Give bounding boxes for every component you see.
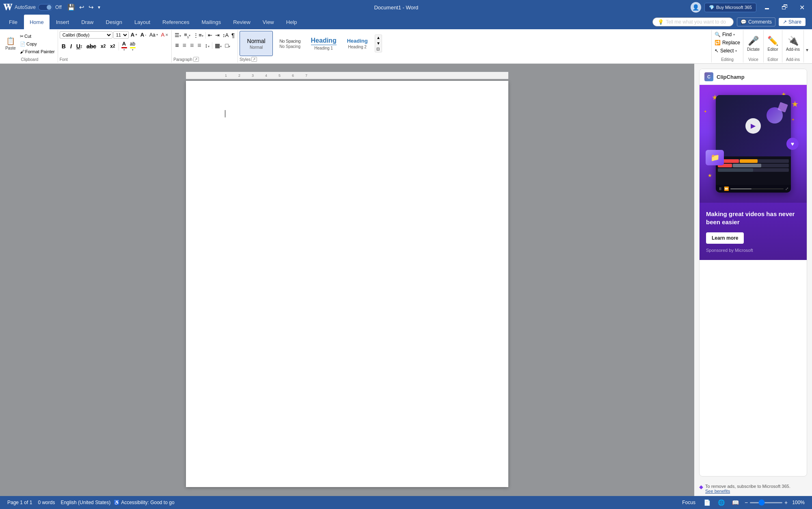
find-button[interactable]: 🔍 Find ▾	[713, 31, 736, 38]
tab-mailings[interactable]: Mailings	[196, 15, 227, 29]
increase-indent-button[interactable]: ⇥	[214, 31, 221, 39]
see-benefits-link[interactable]: See benefits	[705, 489, 730, 494]
paste-button[interactable]: 📋 Paste	[3, 36, 18, 52]
tab-help[interactable]: Help	[281, 15, 303, 29]
style-heading2-label: Heading 2	[348, 45, 367, 49]
justify-button[interactable]: ≡	[196, 41, 203, 50]
style-no-spacing-button[interactable]: No Spacing No Spacing	[273, 31, 307, 56]
cut-button[interactable]: ✂ Cut	[19, 33, 56, 40]
focus-button[interactable]: Focus	[680, 499, 698, 506]
font-color-button[interactable]: A ▾	[120, 40, 128, 52]
print-layout-button[interactable]: 📄	[702, 498, 712, 507]
forward-icon[interactable]: ⏩	[724, 186, 729, 191]
fullscreen-icon[interactable]: ⤢	[785, 186, 788, 191]
strikethrough-button[interactable]: abc	[84, 42, 98, 50]
pause-icon[interactable]: ⏸	[718, 186, 722, 191]
underline-button[interactable]: U▾	[74, 42, 84, 50]
undo-icon[interactable]: ↩	[78, 2, 86, 12]
zoom-level[interactable]: 100%	[790, 499, 807, 506]
star-icon-6: ✦	[791, 117, 795, 122]
learn-more-button[interactable]: Learn more	[706, 232, 744, 244]
align-center-button[interactable]: ≡	[181, 41, 188, 50]
minimize-button[interactable]: 🗕	[760, 2, 774, 12]
gallery-scroll-down[interactable]: ▼	[375, 41, 382, 46]
copy-button[interactable]: 📄 Copy	[19, 41, 56, 48]
multilevel-list-button[interactable]: ⋮≡▾	[192, 31, 205, 39]
dictate-button[interactable]: 🎤 Dictate	[745, 35, 762, 52]
buy-microsoft365-button[interactable]: 💎 Buy Microsoft 365	[704, 3, 756, 12]
styles-dialog-launcher[interactable]: ↗	[251, 57, 257, 62]
document-page[interactable]	[186, 81, 508, 487]
comments-button[interactable]: 💬 Comments	[737, 17, 775, 26]
paste-icon: 📋	[6, 37, 15, 46]
superscript-button[interactable]: x2	[108, 43, 117, 50]
change-case-button[interactable]: Aa▾	[148, 31, 159, 39]
tab-file[interactable]: File	[3, 15, 23, 29]
share-button[interactable]: ↗ Share	[779, 18, 806, 26]
find-label: Find	[722, 32, 732, 37]
accessibility-status[interactable]: ♿ Accessibility: Good to go	[114, 500, 174, 505]
add-ins-button[interactable]: 🔌 Add-ins	[784, 35, 802, 52]
align-right-button[interactable]: ≡	[188, 41, 195, 50]
clipboard-label: Clipboard	[3, 56, 56, 62]
font-size-select[interactable]: 11	[113, 31, 129, 39]
document-canvas[interactable]: 1 2 3 4 5 6 7	[0, 64, 694, 496]
accessibility-icon: ♿	[114, 500, 120, 505]
zoom-slider[interactable]	[750, 502, 782, 503]
tab-draw[interactable]: Draw	[76, 15, 99, 29]
paragraph-dialog-launcher[interactable]: ↗	[193, 57, 199, 62]
page-info[interactable]: Page 1 of 1	[5, 499, 35, 506]
tab-insert[interactable]: Insert	[50, 15, 75, 29]
replace-button[interactable]: 🔁 Replace	[713, 39, 741, 46]
tab-layout[interactable]: Layout	[129, 15, 156, 29]
select-button[interactable]: ↖ Select ▾	[713, 47, 738, 54]
redo-icon[interactable]: ↪	[87, 2, 95, 12]
italic-button[interactable]: I	[68, 42, 74, 50]
show-marks-button[interactable]: ¶	[230, 31, 236, 39]
align-left-button[interactable]: ≡	[173, 41, 180, 50]
shading-button[interactable]: ▦▾	[213, 41, 223, 50]
zoom-out-button[interactable]: −	[745, 499, 748, 506]
tell-me-input[interactable]: 💡 Tell me what you want to do	[652, 17, 734, 26]
gallery-scroll-up[interactable]: ▲	[375, 35, 382, 41]
read-view-button[interactable]: 📖	[730, 498, 741, 507]
web-layout-button[interactable]: 🌐	[716, 498, 726, 507]
avatar[interactable]: 👤	[691, 2, 701, 13]
tab-review[interactable]: Review	[227, 15, 256, 29]
close-button[interactable]: ✕	[795, 2, 809, 13]
tab-references[interactable]: References	[157, 15, 195, 29]
zoom-in-button[interactable]: +	[784, 499, 788, 506]
decrease-indent-button[interactable]: ⇤	[207, 31, 214, 39]
tab-design[interactable]: Design	[100, 15, 128, 29]
line-spacing-button[interactable]: ↕▾	[203, 41, 211, 50]
play-button[interactable]: ▶	[745, 118, 761, 134]
font-group: Calibri (Body) 11 A+ A- Aa▾ A✕ B I	[58, 30, 172, 63]
clipchamp-logo-icon: C	[704, 72, 713, 81]
font-family-select[interactable]: Calibri (Body)	[60, 31, 112, 39]
style-heading2-button[interactable]: Heading Heading 2	[341, 31, 374, 56]
ribbon-collapse-button[interactable]: ▾	[805, 46, 810, 54]
word-count[interactable]: 0 words	[35, 499, 57, 506]
format-painter-button[interactable]: 🖌 Format Painter	[19, 48, 56, 55]
numbered-list-button[interactable]: ≡1▾	[183, 31, 192, 40]
font-grow-button[interactable]: A+	[130, 31, 138, 39]
save-icon[interactable]: 💾	[66, 2, 77, 12]
tab-view[interactable]: View	[257, 15, 280, 29]
customize-quick-access-icon[interactable]: ▾	[96, 3, 102, 11]
autosave-toggle[interactable]	[38, 4, 53, 11]
style-heading1-button[interactable]: Heading Heading 1	[307, 31, 340, 56]
restore-button[interactable]: 🗗	[777, 2, 792, 12]
gallery-expand[interactable]: ⊡	[375, 46, 382, 52]
borders-button[interactable]: □▾	[224, 41, 232, 50]
font-shrink-button[interactable]: A-	[139, 31, 147, 39]
subscript-button[interactable]: x2	[99, 43, 108, 50]
sort-button[interactable]: ↕A	[221, 31, 230, 39]
highlight-color-button[interactable]: ab ▾	[129, 40, 137, 52]
bullet-list-button[interactable]: ☰▾	[173, 31, 182, 39]
language-status[interactable]: English (United States)	[58, 499, 113, 506]
style-normal-button[interactable]: Normal Normal	[240, 31, 273, 56]
tab-home[interactable]: Home	[24, 15, 50, 29]
editor-button[interactable]: ✏️ Editor	[765, 35, 780, 52]
bold-button[interactable]: B	[60, 42, 68, 50]
clear-formatting-button[interactable]: A✕	[160, 31, 170, 39]
